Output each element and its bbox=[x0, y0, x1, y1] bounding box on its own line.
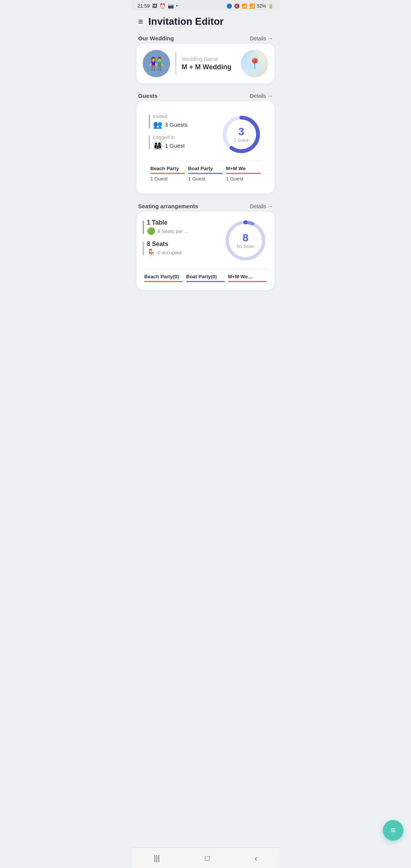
guests-details-link[interactable]: Details → bbox=[250, 93, 273, 99]
tables-row: 1 Table 🟢 8 Seats per ... bbox=[143, 219, 223, 235]
boat-party-tab-label: Boat Party bbox=[188, 166, 223, 171]
status-time: 21:59 bbox=[137, 3, 150, 9]
seating-tab-beach-party[interactable]: Beach Party(0) bbox=[143, 274, 185, 284]
avatar-emoji: 👫 bbox=[149, 56, 164, 71]
loggedin-label: Logged in bbox=[153, 134, 185, 140]
guests-card-inner: Invited 👥 3 Guests Logged in 👨‍👩‍👧 bbox=[143, 107, 268, 188]
guests-label: Guests bbox=[138, 93, 158, 99]
mm-wedding-underline bbox=[226, 173, 261, 174]
tables-label: 1 Table bbox=[147, 219, 188, 226]
wedding-details-link[interactable]: Details → bbox=[250, 35, 273, 41]
seats-row: 8 Seats 🪑 0 occupied bbox=[143, 241, 223, 257]
seating-mm-underline bbox=[228, 281, 267, 282]
invited-icon: 👥 bbox=[153, 120, 162, 129]
wifi-icon: 📶 bbox=[242, 3, 247, 9]
status-right: 🔵 🔇 📶 📶 52% 🔋 bbox=[226, 3, 274, 9]
wedding-name-label: Wedding Name bbox=[182, 56, 236, 62]
dot-icon: • bbox=[176, 3, 178, 9]
wedding-info: Wedding Name M + M Wedding bbox=[182, 56, 236, 71]
seating-stats: 1 Table 🟢 8 Seats per ... 8 Seats 🪑 0 oc… bbox=[143, 219, 223, 262]
signal-icon: 📶 bbox=[249, 3, 255, 9]
tables-value: 🟢 8 Seats per ... bbox=[147, 227, 188, 235]
donut-sub: 1 Guest bbox=[234, 138, 249, 142]
status-left: 21:59 🖼 ⏰ 📷 • bbox=[137, 3, 178, 9]
guests-donut: 3 1 Guest bbox=[220, 113, 262, 155]
invited-count: 3 Guests bbox=[165, 121, 188, 128]
seating-beach-tab-label: Beach Party(0) bbox=[144, 274, 183, 279]
app-title: Invitation Editor bbox=[148, 16, 224, 27]
wedding-card: 👫 Wedding Name M + M Wedding 📍 bbox=[137, 44, 274, 83]
menu-icon[interactable]: ≡ bbox=[138, 17, 143, 27]
tab-mm-wedding[interactable]: M+M We 1 Guest bbox=[225, 166, 262, 182]
bluetooth-icon: 🔵 bbox=[226, 3, 232, 9]
tables-bar bbox=[143, 220, 144, 234]
mute-icon: 🔇 bbox=[234, 3, 240, 9]
seating-card: 1 Table 🟢 8 Seats per ... 8 Seats 🪑 0 oc… bbox=[137, 212, 274, 290]
tab-beach-party[interactable]: Beach Party 1 Guest bbox=[149, 166, 186, 182]
loggedin-icon: 👨‍👩‍👧 bbox=[153, 141, 162, 150]
wedding-map: 📍 bbox=[241, 50, 268, 77]
boat-party-underline bbox=[188, 173, 223, 174]
seats-sub: 0 occupied bbox=[158, 250, 182, 255]
loggedin-bar bbox=[149, 136, 150, 149]
guests-section-header: Guests Details → bbox=[131, 89, 280, 101]
seating-top: 1 Table 🟢 8 Seats per ... 8 Seats 🪑 0 oc… bbox=[143, 218, 268, 263]
mm-wedding-tab-label: M+M We bbox=[226, 166, 261, 171]
beach-party-underline bbox=[150, 173, 185, 174]
seating-tab-boat-party[interactable]: Boat Party(0) bbox=[185, 274, 226, 284]
invited-value: 👥 3 Guests bbox=[153, 120, 188, 129]
instagram-icon: 📷 bbox=[168, 3, 174, 9]
seating-donut-sub: No Seats bbox=[237, 244, 254, 249]
avatar: 👫 bbox=[143, 50, 170, 77]
invited-info: Invited 👥 3 Guests bbox=[153, 113, 188, 129]
loggedin-row: Logged in 👨‍👩‍👧 1 Guest bbox=[149, 134, 220, 150]
seats-value: 🪑 0 occupied bbox=[147, 248, 182, 257]
guests-top: Invited 👥 3 Guests Logged in 👨‍👩‍👧 bbox=[149, 113, 262, 155]
loggedin-value: 👨‍👩‍👧 1 Guest bbox=[153, 141, 185, 150]
seats-info: 8 Seats 🪑 0 occupied bbox=[147, 241, 182, 257]
wedding-card-inner: 👫 Wedding Name M + M Wedding 📍 bbox=[143, 50, 268, 77]
seating-boat-tab-label: Boat Party(0) bbox=[186, 274, 225, 279]
seating-donut: 8 No Seats bbox=[223, 218, 268, 263]
seating-beach-underline bbox=[144, 281, 183, 282]
tables-sub: 8 Seats per ... bbox=[158, 228, 188, 234]
seats-label: 8 Seats bbox=[147, 241, 182, 247]
guests-party-tabs: Beach Party 1 Guest Boat Party 1 Guest M… bbox=[149, 161, 262, 182]
seating-details-link[interactable]: Details → bbox=[250, 203, 273, 209]
seating-donut-number: 8 bbox=[237, 233, 254, 243]
seating-boat-underline bbox=[186, 281, 225, 282]
guests-stats: Invited 👥 3 Guests Logged in 👨‍👩‍👧 bbox=[149, 113, 220, 155]
guests-card: Invited 👥 3 Guests Logged in 👨‍👩‍👧 bbox=[137, 101, 274, 194]
app-header: ≡ Invitation Editor bbox=[131, 10, 280, 31]
loggedin-count: 1 Guest bbox=[165, 142, 185, 149]
invited-bar bbox=[149, 115, 150, 128]
battery-icon: 🔋 bbox=[268, 3, 274, 9]
wedding-section-header: Our Wedding Details → bbox=[131, 31, 280, 44]
seating-section-header: Seating arrangements Details → bbox=[131, 199, 280, 212]
wedding-divider bbox=[175, 52, 176, 75]
clock-icon: ⏰ bbox=[159, 3, 166, 9]
wedding-label: Our Wedding bbox=[138, 35, 174, 41]
beach-party-count: 1 Guest bbox=[150, 176, 185, 182]
beach-party-tab-label: Beach Party bbox=[150, 166, 185, 171]
seating-label: Seating arrangements bbox=[138, 203, 198, 209]
seats-bar bbox=[143, 242, 144, 255]
seating-donut-center: 8 No Seats bbox=[237, 233, 254, 249]
wedding-name: M + M Wedding bbox=[182, 63, 236, 71]
loggedin-info: Logged in 👨‍👩‍👧 1 Guest bbox=[153, 134, 185, 150]
photo-icon: 🖼 bbox=[152, 3, 157, 9]
svg-point-5 bbox=[244, 220, 248, 225]
seating-party-tabs: Beach Party(0) Boat Party(0) M+M We… bbox=[143, 269, 268, 284]
tables-icon: 🟢 bbox=[147, 227, 155, 235]
seats-icon: 🪑 bbox=[147, 248, 155, 257]
donut-number: 3 bbox=[234, 126, 249, 137]
seating-tab-mm[interactable]: M+M We… bbox=[226, 274, 268, 284]
tab-boat-party[interactable]: Boat Party 1 Guest bbox=[186, 166, 224, 182]
map-pin-icon: 📍 bbox=[248, 57, 261, 70]
seating-mm-tab-label: M+M We… bbox=[228, 274, 267, 279]
invited-label: Invited bbox=[153, 113, 188, 119]
status-bar: 21:59 🖼 ⏰ 📷 • 🔵 🔇 📶 📶 52% 🔋 bbox=[131, 0, 280, 10]
donut-center: 3 1 Guest bbox=[234, 126, 249, 142]
boat-party-count: 1 Guest bbox=[188, 176, 223, 182]
invited-row: Invited 👥 3 Guests bbox=[149, 113, 220, 129]
